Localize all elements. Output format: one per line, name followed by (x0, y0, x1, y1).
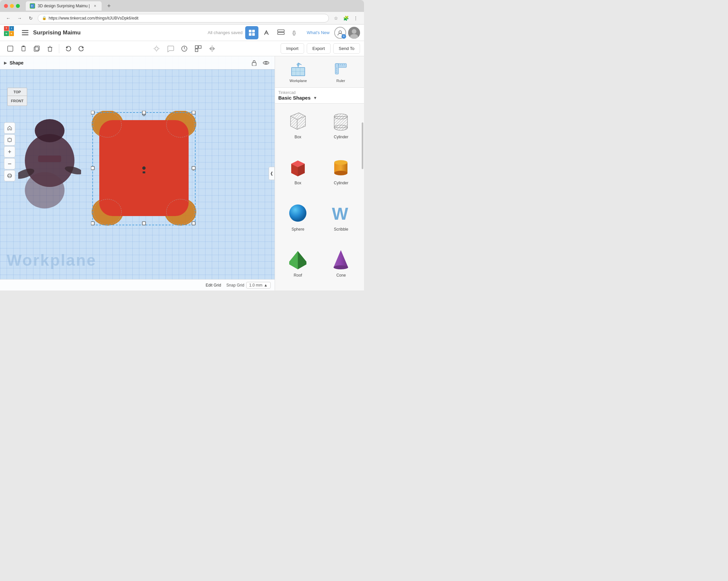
lock-shape-button[interactable] (250, 58, 259, 68)
svg-point-106 (334, 160, 347, 165)
svg-rect-72 (91, 166, 94, 170)
svg-marker-39 (209, 47, 211, 51)
svg-line-34 (184, 49, 186, 50)
svg-rect-5 (249, 30, 252, 32)
code-blocks-button[interactable]: {} (289, 26, 302, 39)
fit-view-button[interactable] (4, 134, 15, 146)
svg-text:T: T (31, 5, 33, 8)
collapse-panel-button[interactable]: ❰ (269, 167, 275, 180)
shapes-category-dropdown[interactable]: Tinkercad Basic Shapes ▼ (275, 88, 364, 104)
sphere-visual (286, 202, 309, 225)
forward-button[interactable]: → (15, 14, 24, 23)
shape-expand-arrow[interactable]: ▶ (4, 60, 7, 65)
shape-item-cone[interactable]: Cone (321, 244, 362, 288)
shapes-panel: Workplane (275, 56, 364, 290)
minimize-window-button[interactable] (10, 4, 14, 8)
measure-button[interactable] (178, 42, 190, 55)
logo-i: I (9, 26, 14, 31)
new-tab-button[interactable]: + (104, 1, 113, 10)
hamburger-menu-button[interactable] (20, 27, 30, 38)
svg-rect-41 (252, 62, 256, 66)
orbit-mode-button[interactable] (4, 170, 15, 181)
back-button[interactable]: ← (4, 14, 12, 23)
whats-new-button[interactable]: What's New (304, 28, 333, 37)
zoom-out-button[interactable]: − (4, 158, 15, 169)
light-mode-button[interactable] (150, 42, 163, 55)
svg-text:W: W (332, 204, 348, 223)
main-content: ▶ Shape (0, 56, 364, 290)
shape-item-sphere[interactable]: Sphere (278, 199, 318, 242)
ruler-tool[interactable]: Ruler (320, 59, 362, 85)
shape-item-box-solid[interactable]: Box (278, 152, 318, 195)
panel-scrollbar[interactable] (362, 123, 363, 169)
grid-view-button[interactable] (245, 26, 258, 39)
logo-n: N (4, 31, 9, 36)
shapes-dropdown-sub: Tinkercad (278, 90, 317, 95)
comments-button[interactable] (164, 42, 177, 55)
refresh-button[interactable]: ↻ (26, 14, 35, 23)
logo-t: T (4, 26, 9, 31)
build-mode-button[interactable] (260, 26, 273, 39)
browser-addressbar: ← → ↻ 🔒 https://www.tinkercad.com/things… (0, 12, 364, 25)
snap-value-selector[interactable]: 1.0 mm ▲ (246, 282, 271, 289)
bookmark-button[interactable]: ☆ (332, 14, 340, 23)
export-button[interactable]: Export (307, 43, 331, 54)
duplicate-button[interactable] (30, 42, 43, 55)
browser-menu-button[interactable]: ⋮ (352, 14, 360, 23)
svg-rect-3 (22, 32, 28, 33)
mirror-button[interactable] (206, 42, 218, 55)
svg-rect-18 (22, 46, 25, 51)
user-avatar[interactable] (348, 27, 360, 39)
tab-favicon: T (30, 3, 35, 8)
add-shape-button[interactable] (4, 42, 17, 55)
workplane-tool[interactable]: Workplane (278, 59, 319, 85)
snowman-object[interactable] (18, 101, 84, 227)
add-collaborator-button[interactable]: + (334, 27, 346, 39)
svg-rect-71 (192, 111, 195, 114)
dropdown-arrow-icon: ▼ (313, 96, 317, 100)
paste-button[interactable] (17, 42, 30, 55)
home-view-button[interactable] (4, 123, 15, 134)
maximize-window-button[interactable] (16, 4, 20, 8)
extensions-button[interactable]: 🧩 (341, 14, 350, 23)
send-to-button[interactable]: Send To (333, 43, 360, 54)
grid-button[interactable] (192, 42, 205, 55)
edit-toolbar: Import Export Send To (0, 41, 364, 56)
workplane-label-text: Workplane (290, 79, 307, 83)
shape-item-cylinder-wireframe[interactable]: Cylinder (321, 106, 362, 150)
project-name[interactable]: Surprising Maimu (33, 29, 205, 36)
layers-button[interactable] (274, 26, 288, 39)
cylinder-wireframe-label: Cylinder (334, 135, 348, 139)
selected-shape-object[interactable] (91, 111, 197, 227)
svg-marker-40 (213, 47, 215, 51)
panel-actions: Import Export Send To (281, 43, 360, 54)
close-window-button[interactable] (4, 4, 8, 8)
shape-item-cylinder-solid[interactable]: Cylinder (321, 152, 362, 195)
tab-close-button[interactable]: × (92, 3, 98, 8)
tinkercad-logo[interactable]: T I N K (4, 26, 17, 39)
3d-viewport[interactable]: ▶ Shape (0, 56, 275, 290)
browser-tab[interactable]: T 3D design Surprising Maimu | × (26, 1, 102, 10)
svg-rect-73 (192, 166, 195, 170)
svg-point-27 (155, 47, 158, 50)
scribble-label: Scribble (334, 227, 348, 232)
shape-item-scribble[interactable]: W Scribble (321, 199, 362, 242)
shape-item-box-wireframe[interactable]: Box (278, 106, 318, 150)
import-button[interactable]: Import (281, 43, 304, 54)
svg-marker-111 (298, 251, 306, 269)
svg-rect-2 (22, 30, 28, 31)
box-wireframe-visual (286, 109, 309, 133)
cube-top-face[interactable]: TOP (7, 88, 27, 96)
svg-rect-4 (22, 34, 28, 35)
toggle-visibility-button[interactable] (261, 58, 271, 68)
redo-button[interactable] (75, 42, 88, 55)
zoom-in-button[interactable]: + (4, 146, 15, 158)
svg-point-51 (35, 119, 64, 142)
shape-item-roof[interactable]: Roof (278, 244, 318, 288)
svg-point-13 (339, 31, 341, 33)
undo-button[interactable] (62, 42, 74, 55)
edit-grid-button[interactable]: Edit Grid (206, 283, 221, 288)
address-bar[interactable]: 🔒 https://www.tinkercad.com/things/itJUB… (38, 14, 329, 23)
delete-button[interactable] (44, 42, 56, 55)
svg-rect-20 (34, 47, 38, 51)
